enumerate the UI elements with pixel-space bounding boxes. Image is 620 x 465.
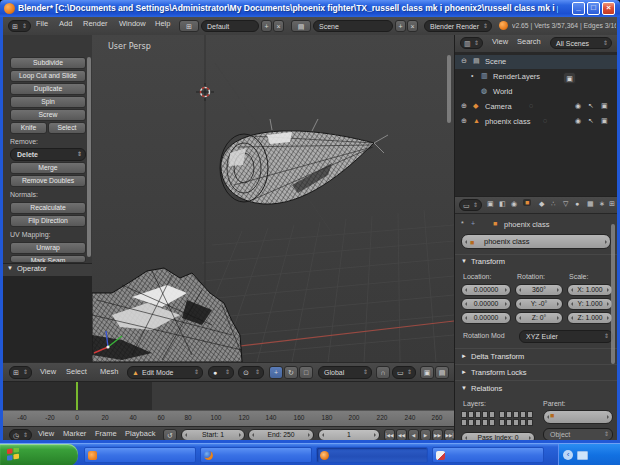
- renderlayer-render-toggle[interactable]: ▣: [563, 72, 576, 84]
- window-titlebar[interactable]: Blender* [C:\Documents and Settings\Admi…: [0, 0, 620, 17]
- tab-physics-icon[interactable]: ⊞: [609, 200, 615, 208]
- menu-help[interactable]: Help: [155, 18, 170, 30]
- outliner-item-camera[interactable]: Camera: [485, 101, 512, 113]
- outliner-item-renderlayers[interactable]: RenderLayers: [493, 71, 540, 83]
- tab-scene-icon[interactable]: ◧: [499, 200, 506, 208]
- shading-selector[interactable]: ● ⇕: [208, 366, 234, 379]
- timeline-editor-selector[interactable]: ◷ ⇕: [9, 429, 32, 440]
- outliner-item-world[interactable]: World: [493, 86, 512, 98]
- manipulator-rotate-button[interactable]: ↻: [284, 366, 298, 379]
- viewport-menu-mesh[interactable]: Mesh: [100, 366, 118, 378]
- maximize-button[interactable]: □: [587, 2, 600, 15]
- scene-browse-button[interactable]: ▤: [291, 20, 311, 32]
- transform-panel-header[interactable]: Transform: [471, 257, 505, 266]
- orientation-selector[interactable]: Global ⇕: [318, 366, 372, 379]
- scene-delete-button[interactable]: ×: [407, 20, 418, 32]
- tab-object-icon[interactable]: ■: [523, 199, 531, 206]
- prev-keyframe-button[interactable]: ◀◀: [396, 429, 407, 440]
- properties-scrollbar[interactable]: [611, 224, 615, 364]
- jump-to-start-button[interactable]: |◀◀: [384, 429, 395, 440]
- tab-world-icon[interactable]: ◉: [511, 200, 517, 208]
- start-button[interactable]: [0, 444, 78, 465]
- tab-particles-icon[interactable]: ∗: [599, 200, 605, 208]
- task-mobile-broadband[interactable]: [84, 447, 196, 463]
- visibility-eye-icon[interactable]: ◉: [575, 117, 581, 125]
- viewport-menu-select[interactable]: Select: [66, 366, 87, 378]
- outliner-menu-search[interactable]: Search: [517, 36, 541, 48]
- timeline-menu-playback[interactable]: Playback: [125, 428, 155, 440]
- flip-direction-button[interactable]: Flip Direction: [10, 215, 86, 227]
- rotation-y-field[interactable]: Y: -0°: [515, 298, 563, 310]
- tray-chevron-icon[interactable]: ‹: [563, 450, 573, 460]
- knife-select-button[interactable]: Select: [48, 122, 86, 134]
- mark-seam-button[interactable]: Mark Seam: [10, 255, 86, 263]
- snap-magnet-button[interactable]: ∩: [376, 366, 390, 379]
- next-keyframe-button[interactable]: ▶▶: [432, 429, 443, 440]
- pin-icon[interactable]: *: [461, 220, 464, 227]
- menu-file[interactable]: File: [36, 18, 48, 30]
- play-reverse-button[interactable]: ◀: [408, 429, 419, 440]
- viewport-3d[interactable]: User Persp: [92, 35, 454, 362]
- knife-button[interactable]: Knife: [10, 122, 47, 134]
- subdivide-button[interactable]: Subdivide: [10, 57, 86, 69]
- current-frame-line[interactable]: [76, 382, 78, 410]
- render-engine-selector[interactable]: Blender Render ⇕: [424, 20, 492, 32]
- manipulator-translate-button[interactable]: +: [269, 366, 283, 379]
- frame-start-field[interactable]: Start: 1: [181, 429, 245, 440]
- merge-button[interactable]: Merge: [10, 162, 86, 174]
- outliner-editor-selector[interactable]: ▥ ⇕: [460, 37, 483, 49]
- rotation-mode-selector[interactable]: XYZ Euler ⇕: [519, 330, 613, 343]
- layout-delete-button[interactable]: ×: [273, 20, 284, 32]
- selectability-cursor-icon[interactable]: ↖: [588, 117, 594, 125]
- tab-constraints-icon[interactable]: ◆: [539, 200, 544, 208]
- task-blender-active[interactable]: [316, 447, 428, 463]
- opengl-render-anim-button[interactable]: ▤: [435, 366, 449, 379]
- duplicate-button[interactable]: Duplicate: [10, 83, 86, 95]
- play-button[interactable]: ▶: [420, 429, 431, 440]
- dot-icon[interactable]: •: [471, 72, 473, 79]
- menu-window[interactable]: Window: [119, 18, 146, 30]
- menu-add[interactable]: Add: [59, 18, 72, 30]
- location-x-field[interactable]: 0.00000: [461, 284, 511, 296]
- outliner-item-scene[interactable]: Scene: [485, 56, 506, 68]
- spin-button[interactable]: Spin: [10, 96, 86, 108]
- loop-cut-button[interactable]: Loop Cut and Slide: [10, 70, 86, 82]
- editor-type-selector[interactable]: ⊞ ⇕: [8, 20, 31, 32]
- scene-add-button[interactable]: +: [395, 20, 406, 32]
- layout-browse-button[interactable]: ⊞: [179, 20, 199, 32]
- object-name-field[interactable]: ■ phoenix class: [461, 234, 611, 249]
- layers-grid[interactable]: [461, 411, 533, 428]
- remove-doubles-button[interactable]: Remove Doubles: [10, 175, 86, 187]
- renderability-icon[interactable]: ▣: [601, 117, 608, 125]
- tab-data-icon[interactable]: ▽: [563, 200, 568, 208]
- network-icon[interactable]: [577, 451, 588, 460]
- time-sync-button[interactable]: ↺: [163, 429, 177, 440]
- outliner-item-phoenix-class[interactable]: phoenix class: [485, 116, 530, 128]
- scene-selector[interactable]: Scene: [313, 20, 393, 32]
- rotation-z-field[interactable]: Z: 0°: [515, 312, 563, 324]
- selectability-cursor-icon[interactable]: ↖: [588, 102, 594, 110]
- timeline-area[interactable]: [3, 382, 454, 410]
- manipulator-scale-button[interactable]: □: [299, 366, 313, 379]
- transform-locks-panel-header[interactable]: Transform Locks: [471, 368, 527, 377]
- snap-element-selector[interactable]: ▭ ⇕: [392, 366, 416, 379]
- expand-icon[interactable]: ⊕: [461, 102, 467, 110]
- current-frame-field[interactable]: 1: [318, 429, 380, 440]
- pivot-selector[interactable]: ⊙ ⇕: [238, 366, 264, 379]
- pass-index-field[interactable]: Pass Index: 0: [461, 432, 535, 440]
- location-z-field[interactable]: 0.00000: [461, 312, 511, 324]
- scale-z-field[interactable]: Z: 1.000: [567, 312, 613, 324]
- opengl-render-button[interactable]: ▣: [420, 366, 434, 379]
- delete-menu[interactable]: Delete ⇕: [10, 148, 86, 161]
- layout-selector[interactable]: Default: [201, 20, 259, 32]
- mode-selector[interactable]: ▲ Edit Mode ⇕: [127, 366, 203, 379]
- relations-panel-header[interactable]: Relations: [471, 384, 502, 393]
- screw-button[interactable]: Screw: [10, 109, 86, 121]
- timeline-menu-view[interactable]: View: [38, 428, 54, 440]
- operator-panel-header[interactable]: ▼ Operator: [3, 263, 92, 277]
- parent-type-selector[interactable]: Object ⇕: [543, 428, 613, 440]
- viewport-editor-selector[interactable]: ⊞ ⇕: [9, 366, 32, 379]
- scale-x-field[interactable]: X: 1.000: [567, 284, 613, 296]
- menu-render[interactable]: Render: [83, 18, 108, 30]
- tab-modifiers-icon[interactable]: ∴: [551, 200, 555, 208]
